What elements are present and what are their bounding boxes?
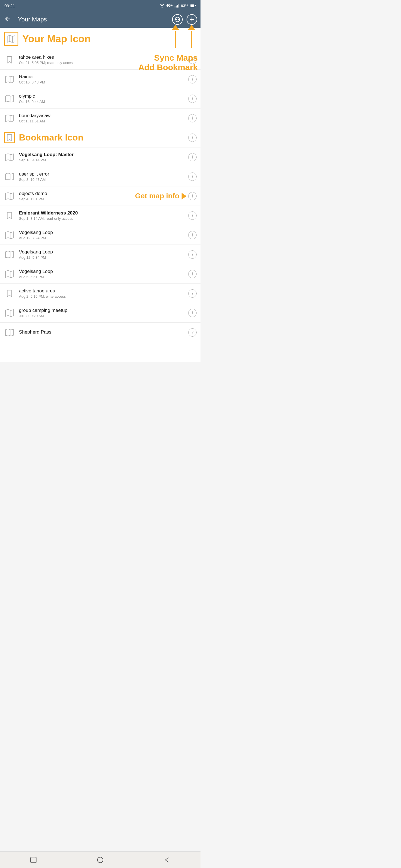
item-name: olympic: [19, 93, 188, 99]
item-name: Emigrant Wilderness 2020: [19, 210, 188, 216]
map-icon: [4, 327, 15, 338]
list-item[interactable]: Rainier Oct 16, 6:43 PM i: [0, 69, 200, 89]
list-item[interactable]: Vogelsang Loop Aug 5, 5:51 PM i: [0, 264, 200, 284]
map-icon-annotation-row: Your Map Icon Sync Maps Add Bookmark: [0, 28, 200, 50]
bookmark-icon-highlighted: [4, 132, 15, 143]
item-name: Rainier: [19, 74, 188, 80]
info-button[interactable]: i: [188, 95, 197, 103]
svg-rect-0: [175, 6, 175, 7]
back-button[interactable]: [3, 14, 13, 25]
bookmark-icon-annotation-row[interactable]: Bookmark Icon i: [0, 128, 200, 148]
status-icons: 4G+ 93%: [160, 4, 196, 8]
map-icon: [4, 269, 15, 280]
list-item[interactable]: Emigrant Wilderness 2020 Sep 1, 8:14 AM;…: [0, 206, 200, 225]
bookmark-icon-label: Bookmark Icon: [19, 132, 83, 143]
top-bar: Your Maps: [0, 11, 200, 28]
svg-rect-2: [177, 5, 178, 7]
list-item[interactable]: Vogelsang Loop Aug 12, 7:24 PM i: [0, 225, 200, 245]
bookmark-icon: [4, 54, 15, 65]
your-map-icon-label: Your Map Icon: [22, 33, 197, 45]
list-item[interactable]: group camping meetup Jul 30, 9:20 AM i: [0, 303, 200, 323]
top-bar-actions: [172, 14, 197, 25]
item-name: Vogelsang Loop: [19, 230, 188, 235]
status-bar: 09:21 4G+ 93%: [0, 0, 200, 11]
map-icon: [4, 307, 15, 318]
info-button[interactable]: i: [188, 231, 197, 239]
svg-rect-5: [191, 4, 194, 7]
svg-rect-6: [195, 5, 196, 6]
map-icon: [4, 191, 15, 202]
info-button[interactable]: i: [188, 133, 197, 142]
sync-button[interactable]: [172, 14, 183, 25]
item-meta: Sep 8, 10:47 AM: [19, 178, 188, 182]
info-button[interactable]: i: [188, 309, 197, 317]
list-item[interactable]: boundarywcaw Oct 1, 11:51 AM i: [0, 108, 200, 128]
item-name: active tahoe area: [19, 288, 188, 294]
item-name: Vogelsang Loop: [19, 249, 188, 255]
list-item[interactable]: tahoe area hikes Oct 21, 5:05 PM; read-o…: [0, 50, 200, 69]
item-meta: Sep 1, 8:14 AM; read-only access: [19, 216, 188, 221]
list-item[interactable]: olympic Oct 16, 9:44 AM i: [0, 89, 200, 108]
item-meta: Oct 1, 11:51 AM: [19, 119, 188, 123]
info-button[interactable]: ⋮: [188, 328, 197, 337]
item-name: Vogelsang Loop: Master: [19, 152, 188, 157]
info-button[interactable]: i: [188, 192, 197, 200]
item-meta: Oct 21, 5:05 PM; read-only access: [19, 61, 188, 65]
bookmark-icon: [4, 210, 15, 221]
map-icon: [4, 113, 15, 124]
list-item-get-info[interactable]: objects demo Sep 4, 1:31 PM Get map info…: [0, 186, 200, 206]
maps-list: Your Map Icon Sync Maps Add Bookmark: [0, 28, 200, 362]
add-button[interactable]: [187, 14, 197, 25]
info-button[interactable]: i: [188, 250, 197, 259]
battery-icon: [190, 4, 196, 7]
svg-rect-3: [178, 4, 179, 7]
item-meta: Jul 30, 9:20 AM: [19, 314, 188, 318]
info-button[interactable]: i: [188, 114, 197, 122]
wifi-icon: [160, 4, 165, 7]
map-icon: [4, 249, 15, 260]
list-item[interactable]: Shepherd Pass ⋮: [0, 323, 200, 342]
item-name: Shepherd Pass: [19, 330, 188, 335]
map-icon: [4, 93, 15, 104]
item-meta: Aug 12, 5:34 PM: [19, 255, 188, 259]
signal-icon: [174, 4, 179, 7]
list-item[interactable]: user split error Sep 8, 10:47 AM i: [0, 167, 200, 186]
info-button[interactable]: i: [188, 173, 197, 181]
list-item[interactable]: Vogelsang Loop Aug 12, 5:34 PM i: [0, 245, 200, 264]
bookmark-icon: [4, 288, 15, 299]
item-meta: Oct 16, 9:44 AM: [19, 100, 188, 104]
item-name: tahoe area hikes: [19, 55, 188, 60]
item-name: Vogelsang Loop: [19, 269, 188, 274]
page-title: Your Maps: [18, 16, 168, 23]
map-icon-highlighted: [4, 32, 18, 46]
info-button[interactable]: i: [188, 153, 197, 161]
network-badge: 4G+: [166, 4, 173, 7]
item-meta: Aug 5, 5:51 PM: [19, 275, 188, 279]
item-name: boundarywcaw: [19, 113, 188, 119]
info-button[interactable]: i: [188, 75, 197, 84]
item-meta: Oct 16, 6:43 PM: [19, 80, 188, 84]
info-button[interactable]: i: [188, 56, 197, 64]
item-meta: Sep 4, 1:31 PM: [19, 197, 188, 201]
list-item[interactable]: Vogelsang Loop: Master Sep 16, 4:14 PM i: [0, 148, 200, 167]
item-meta: Sep 16, 4:14 PM: [19, 158, 188, 162]
map-icon: [4, 229, 15, 241]
info-button[interactable]: i: [188, 211, 197, 220]
item-meta: Aug 2, 5:16 PM; write access: [19, 294, 188, 299]
map-icon: [4, 74, 15, 85]
list-item[interactable]: active tahoe area Aug 2, 5:16 PM; write …: [0, 284, 200, 303]
item-name: group camping meetup: [19, 308, 188, 313]
status-time: 09:21: [4, 3, 15, 8]
svg-rect-1: [176, 6, 176, 7]
map-icon: [4, 171, 15, 182]
battery-text: 93%: [181, 4, 188, 8]
item-name: user split error: [19, 172, 188, 177]
item-meta: Aug 12, 7:24 PM: [19, 236, 188, 240]
map-icon: [4, 152, 15, 163]
item-name: objects demo: [19, 191, 188, 196]
info-button[interactable]: i: [188, 289, 197, 298]
info-button[interactable]: i: [188, 270, 197, 278]
